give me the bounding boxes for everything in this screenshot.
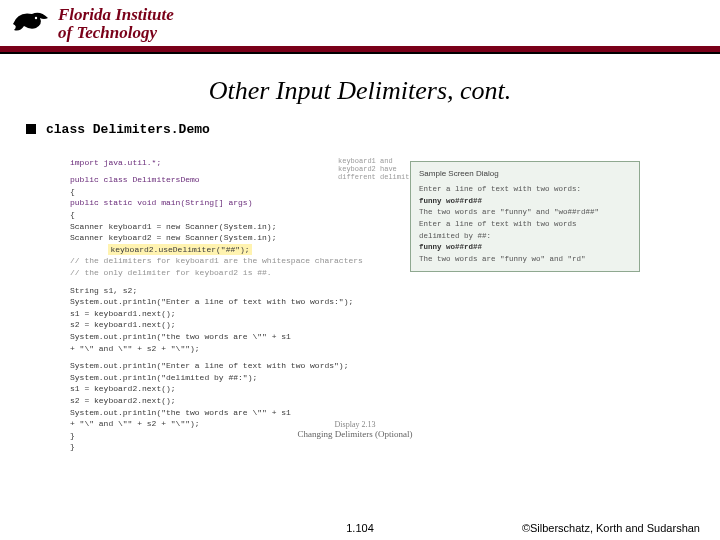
logo: Florida Institute of Technology	[10, 6, 174, 42]
display-number: Display 2.13	[70, 420, 640, 429]
highlighted-code: keyboard2.useDelimiter("##");	[108, 244, 251, 256]
code-line: s1 = keyboard1.next();	[70, 308, 640, 320]
code-line: public static void main(String[] args)	[70, 198, 252, 207]
code-line: System.out.println("delimited by ##:");	[70, 372, 640, 384]
code-line: }	[70, 441, 640, 453]
institution-name: Florida Institute of Technology	[58, 6, 174, 42]
code-line: System.out.println("Enter a line of text…	[70, 296, 640, 308]
code-line: public class DelimitersDemo	[70, 175, 200, 184]
institution-line2: of Technology	[58, 24, 174, 42]
code-figure: import java.util.*; public class Delimit…	[70, 157, 640, 437]
bullet-text: class Delimiters.Demo	[46, 122, 210, 137]
sample-dialog-box: Sample Screen Dialog Enter a line of tex…	[410, 161, 640, 273]
code-line: System.out.println("the two words are \"…	[70, 331, 640, 343]
square-bullet-icon	[26, 124, 36, 134]
header: Florida Institute of Technology	[0, 0, 720, 46]
page-number: 1.104	[346, 522, 374, 534]
code-line: s1 = keyboard2.next();	[70, 383, 640, 395]
copyright: ©Silberschatz, Korth and Sudarshan	[522, 522, 700, 534]
rule-black	[0, 52, 720, 54]
code-line: System.out.println("the two words are \"…	[70, 407, 640, 419]
dialog-input: funny wo##rd##	[419, 196, 631, 208]
slide-title: Other Input Delimiters, cont.	[0, 76, 720, 106]
footer: 1.104 ©Silberschatz, Korth and Sudarshan	[0, 522, 720, 534]
figure-caption: Display 2.13 Changing Delimiters (Option…	[70, 420, 640, 439]
code-line: s2 = keyboard2.next();	[70, 395, 640, 407]
dialog-line: The two words are "funny wo" and "rd"	[419, 254, 631, 266]
code-line: import java.util.*;	[70, 158, 161, 167]
dialog-title: Sample Screen Dialog	[419, 168, 631, 180]
code-line: String s1, s2;	[70, 285, 640, 297]
panther-icon	[10, 8, 52, 40]
caption-text: Changing Delimiters (Optional)	[298, 429, 413, 439]
dialog-line: Enter a line of text with two words:	[419, 184, 631, 196]
code-line: + "\" and \"" + s2 + "\"");	[70, 343, 640, 355]
dialog-input: funny wo##rd##	[419, 242, 631, 254]
svg-point-1	[35, 17, 37, 19]
code-line: s2 = keyboard1.next();	[70, 319, 640, 331]
dialog-line: The two words are "funny" and "wo##rd##"	[419, 207, 631, 219]
dialog-line: Enter a line of text with two words	[419, 219, 631, 231]
institution-line1: Florida Institute	[58, 6, 174, 24]
bullet-item: class Delimiters.Demo	[0, 122, 720, 137]
dialog-line: delimited by ##:	[419, 231, 631, 243]
code-line: System.out.println("Enter a line of text…	[70, 360, 640, 372]
